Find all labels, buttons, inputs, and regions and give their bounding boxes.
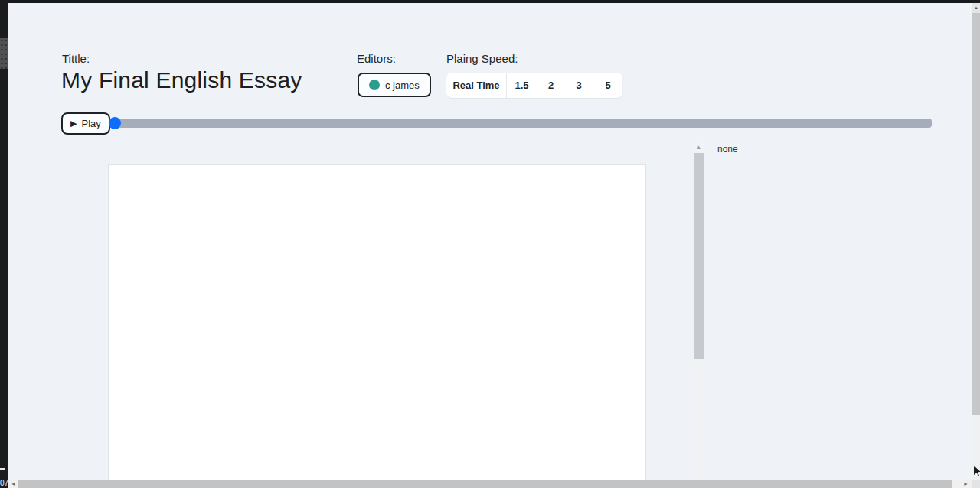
speed-option-5x[interactable]: 5 xyxy=(593,73,622,98)
speed-option-3x[interactable]: 3 xyxy=(565,73,593,98)
screen-left-edge: 07 xyxy=(0,0,8,488)
scrollbar-corner xyxy=(972,480,980,488)
content-scrollbar-thumb[interactable] xyxy=(694,153,704,359)
editor-chip[interactable]: c james xyxy=(358,73,431,97)
vertical-scrollbar-thumb[interactable] xyxy=(972,13,980,415)
screen-top-edge xyxy=(0,0,980,3)
play-button[interactable]: ▶ Play xyxy=(61,112,110,135)
horizontal-scroll-right-button[interactable]: ► xyxy=(961,480,971,488)
playback-slider-thumb[interactable] xyxy=(109,117,121,129)
horizontal-scrollbar[interactable]: ◄ ► xyxy=(8,480,972,488)
content-scroll-up-button[interactable]: ▲ xyxy=(694,142,704,153)
left-edge-texture xyxy=(0,38,8,69)
content-scrollbar[interactable]: ▲ xyxy=(694,142,704,480)
speed-option-1-5x[interactable]: 1.5 xyxy=(506,73,537,98)
horizontal-scrollbar-thumb[interactable] xyxy=(18,480,952,488)
speed-option-real-time[interactable]: Real Time xyxy=(446,73,506,98)
browser-vertical-scrollbar[interactable]: ▲ xyxy=(972,3,980,488)
revision-status-text: none xyxy=(717,144,738,155)
editors-label: Editors: xyxy=(357,52,396,65)
play-button-label: Play xyxy=(81,118,100,129)
speed-label: Plaing Speed: xyxy=(446,52,518,65)
play-icon: ▶ xyxy=(70,119,77,128)
speed-selector: Real Time 1.5 2 3 5 xyxy=(446,73,622,98)
left-corner-text: 07 xyxy=(0,479,8,488)
vertical-scroll-up-button[interactable]: ▲ xyxy=(972,3,980,13)
left-edge-mark xyxy=(0,468,5,470)
horizontal-scroll-left-button[interactable]: ◄ xyxy=(8,480,18,488)
editor-dot-icon xyxy=(369,80,380,90)
title-label: Tittle: xyxy=(62,52,90,65)
content-scrollbar-track[interactable] xyxy=(694,359,704,480)
editor-name: c james xyxy=(385,80,420,91)
essay-title: My Final English Essay xyxy=(61,67,302,93)
speed-option-2x[interactable]: 2 xyxy=(537,73,565,98)
playback-slider-track[interactable] xyxy=(109,119,932,128)
document-page xyxy=(108,164,646,480)
